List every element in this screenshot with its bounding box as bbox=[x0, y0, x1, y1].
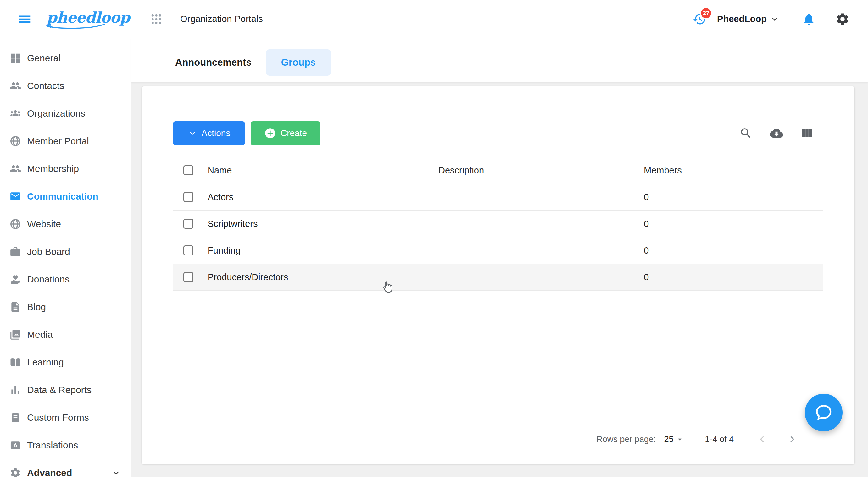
create-button-label: Create bbox=[281, 128, 307, 138]
chat-fab-button[interactable] bbox=[805, 394, 842, 432]
row-members: 0 bbox=[644, 272, 823, 282]
media-icon bbox=[9, 329, 21, 341]
logo-swoosh bbox=[44, 23, 107, 31]
sidebar-item-label: Media bbox=[27, 329, 53, 340]
page-title: Organization Portals bbox=[180, 14, 263, 24]
sidebar-item-label: Blog bbox=[27, 302, 46, 312]
sidebar-item-label: Data & Reports bbox=[27, 385, 92, 395]
topbar-main: Organization Portals 27 PheedLoop bbox=[131, 0, 868, 38]
previous-page-icon[interactable] bbox=[756, 433, 768, 446]
rows-per-page-select[interactable]: 25 bbox=[664, 435, 684, 444]
sidebar-item-member-portal[interactable]: Member Portal bbox=[0, 127, 131, 155]
account-name: PheedLoop bbox=[717, 14, 767, 24]
table-row[interactable]: Funding 0 bbox=[173, 237, 823, 264]
column-header-description[interactable]: Description bbox=[438, 165, 644, 176]
sidebar-item-job-board[interactable]: Job Board bbox=[0, 238, 131, 266]
globe-icon bbox=[9, 218, 21, 230]
row-checkbox-cell bbox=[173, 192, 208, 202]
people-icon bbox=[9, 80, 21, 92]
plus-circle-icon bbox=[264, 127, 276, 139]
row-checkbox[interactable] bbox=[183, 245, 193, 255]
chevron-down-icon bbox=[111, 468, 121, 477]
topbar-right: 27 PheedLoop bbox=[692, 12, 850, 26]
tab-announcements[interactable]: Announcements bbox=[173, 57, 253, 68]
groups-table: Name Description Members Actors 0 bbox=[173, 157, 823, 291]
sidebar-item-website[interactable]: Website bbox=[0, 210, 131, 238]
sidebar-item-donations[interactable]: Donations bbox=[0, 266, 131, 293]
chevron-down-icon bbox=[770, 14, 779, 24]
table-row[interactable]: Scriptwriters 0 bbox=[173, 210, 823, 237]
header-checkbox-cell bbox=[173, 165, 208, 175]
sidebar-item-label: Learning bbox=[27, 357, 64, 368]
translate-icon bbox=[9, 439, 21, 451]
columns-icon[interactable] bbox=[800, 127, 814, 140]
sidebar-item-organizations[interactable]: Organizations bbox=[0, 100, 131, 127]
sidebar-item-data-reports[interactable]: Data & Reports bbox=[0, 376, 131, 404]
page-body: General Contacts Organizations Member Po… bbox=[0, 38, 868, 477]
sidebar-item-general[interactable]: General bbox=[0, 44, 131, 72]
bell-icon[interactable] bbox=[802, 12, 816, 26]
mail-icon bbox=[9, 191, 21, 202]
row-name: Producers/Directors bbox=[208, 272, 438, 282]
column-header-members[interactable]: Members bbox=[644, 165, 823, 176]
sidebar-item-contacts[interactable]: Contacts bbox=[0, 72, 131, 100]
row-members: 0 bbox=[644, 219, 823, 229]
column-header-name[interactable]: Name bbox=[208, 165, 438, 176]
next-page-icon[interactable] bbox=[786, 433, 799, 446]
account-menu[interactable]: PheedLoop bbox=[717, 14, 779, 24]
row-checkbox[interactable] bbox=[183, 192, 193, 202]
sidebar-item-label: Translations bbox=[27, 440, 78, 451]
toolbar-icons bbox=[739, 127, 814, 140]
sidebar-item-blog[interactable]: Blog bbox=[0, 293, 131, 321]
gear-icon bbox=[9, 467, 21, 477]
sidebar-item-custom-forms[interactable]: Custom Forms bbox=[0, 404, 131, 432]
grid-icon bbox=[9, 52, 21, 64]
settings-gear-icon[interactable] bbox=[835, 12, 850, 26]
chevron-down-icon bbox=[188, 129, 197, 138]
sidebar-item-label: Contacts bbox=[27, 80, 64, 91]
sidebar-item-label: Custom Forms bbox=[27, 412, 89, 423]
sidebar-item-translations[interactable]: Translations bbox=[0, 432, 131, 459]
pagination: Rows per page: 25 1-4 of 4 bbox=[596, 429, 799, 450]
row-name: Scriptwriters bbox=[208, 219, 438, 229]
row-members: 0 bbox=[644, 245, 823, 256]
sidebar-item-advanced[interactable]: Advanced bbox=[0, 459, 131, 477]
sidebar: General Contacts Organizations Member Po… bbox=[0, 38, 131, 477]
sidebar-item-learning[interactable]: Learning bbox=[0, 348, 131, 376]
tab-groups[interactable]: Groups bbox=[266, 49, 331, 76]
actions-button-label: Actions bbox=[202, 128, 230, 138]
sidebar-item-label: Organizations bbox=[27, 108, 85, 119]
bar-chart-icon bbox=[9, 384, 21, 396]
history-button[interactable]: 27 bbox=[692, 12, 706, 26]
search-icon[interactable] bbox=[739, 127, 752, 140]
sidebar-item-media[interactable]: Media bbox=[0, 321, 131, 348]
hamburger-menu-icon[interactable] bbox=[18, 12, 32, 26]
sidebar-item-label: Advanced bbox=[27, 468, 72, 477]
notifications-badge: 27 bbox=[700, 7, 712, 19]
sidebar-item-label: Member Portal bbox=[27, 136, 89, 146]
table-header-row: Name Description Members bbox=[173, 157, 823, 184]
topbar-left: pheedloop bbox=[0, 0, 131, 38]
export-download-icon[interactable] bbox=[770, 127, 783, 140]
row-name: Funding bbox=[208, 245, 438, 256]
sidebar-item-membership[interactable]: Membership bbox=[0, 155, 131, 182]
main-content: Announcements Groups Actions Create bbox=[131, 38, 868, 477]
row-checkbox[interactable] bbox=[183, 272, 193, 282]
actions-button[interactable]: Actions bbox=[173, 121, 245, 145]
create-button[interactable]: Create bbox=[251, 121, 320, 145]
row-checkbox-cell bbox=[173, 272, 208, 282]
row-checkbox[interactable] bbox=[183, 219, 193, 229]
sidebar-item-label: Job Board bbox=[27, 246, 70, 257]
people-icon bbox=[9, 163, 21, 175]
table-row[interactable]: Producers/Directors 0 bbox=[173, 264, 823, 291]
select-all-checkbox[interactable] bbox=[183, 165, 193, 175]
top-bar: pheedloop Organization Portals 27 PheedL… bbox=[0, 0, 868, 38]
row-name: Actors bbox=[208, 192, 438, 202]
book-icon bbox=[9, 356, 21, 368]
globe-icon bbox=[9, 135, 21, 147]
table-row[interactable]: Actors 0 bbox=[173, 184, 823, 210]
row-checkbox-cell bbox=[173, 245, 208, 255]
sidebar-item-communication[interactable]: Communication bbox=[0, 182, 131, 210]
sidebar-item-label: Website bbox=[27, 219, 61, 229]
apps-grid-icon[interactable] bbox=[150, 13, 163, 26]
